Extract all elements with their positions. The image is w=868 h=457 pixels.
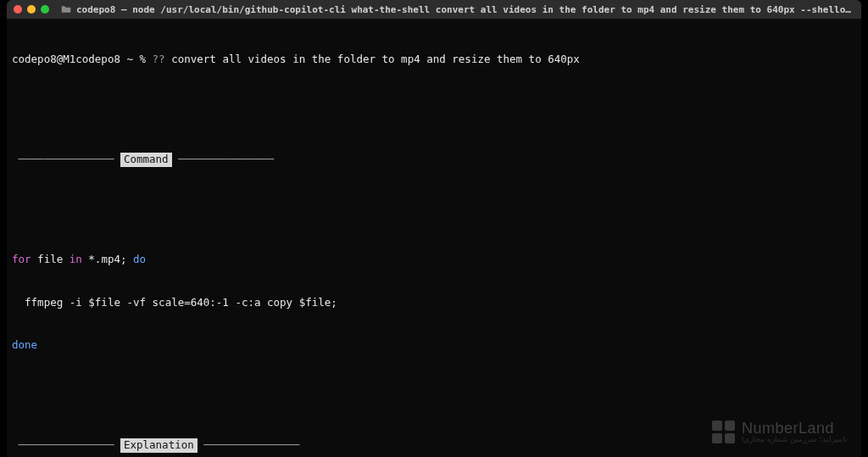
watermark-title: NumberLand: [742, 421, 848, 436]
traffic-lights: [14, 5, 49, 14]
explanation-label: Explanation: [120, 438, 198, 453]
command-label: Command: [120, 153, 172, 167]
watermark-logo-icon: [712, 421, 735, 443]
folder-icon: [61, 4, 71, 14]
prompt-line: codepo8@M1codepo8 ~ % ?? convert all vid…: [12, 53, 856, 67]
window-titlebar: codepo8 — node /usr/local/bin/github-cop…: [7, 0, 861, 19]
minimize-icon[interactable]: [27, 5, 36, 14]
command-line-2: ffmpeg -i $file -vf scale=640:-1 -c:a co…: [12, 296, 856, 310]
command-header: ─────────────── Command ───────────────: [12, 153, 856, 167]
command-line-1: for file in *.mp4; do: [12, 253, 856, 267]
command-line-3: done: [12, 338, 856, 353]
close-icon[interactable]: [14, 5, 22, 14]
window-title: codepo8 — node /usr/local/bin/github-cop…: [76, 4, 854, 15]
watermark-subtitle: نامبرلند؛ سرزمین شماره مجازی!: [742, 436, 848, 443]
zoom-icon[interactable]: [41, 5, 49, 14]
watermark: NumberLand نامبرلند؛ سرزمین شماره مجازی!: [712, 421, 848, 443]
terminal-body[interactable]: codepo8@M1codepo8 ~ % ?? convert all vid…: [7, 19, 861, 457]
